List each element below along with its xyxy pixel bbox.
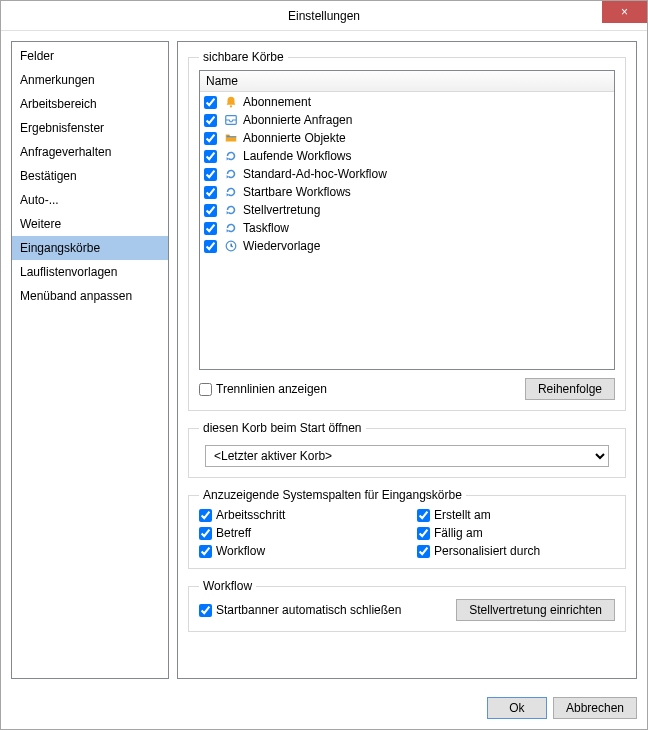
auto-close-banner-label: Startbanner automatisch schließen xyxy=(216,603,401,617)
sidebar-item[interactable]: Felder xyxy=(12,44,168,68)
sidebar-item[interactable]: Arbeitsbereich xyxy=(12,92,168,116)
bell-icon xyxy=(223,94,239,110)
open-on-start-legend: diesen Korb beim Start öffnen xyxy=(199,421,366,435)
basket-label: Abonnierte Anfragen xyxy=(243,112,352,128)
list-item[interactable]: Startbare Workflows xyxy=(204,183,610,201)
cycle-icon xyxy=(223,166,239,182)
basket-checkbox[interactable] xyxy=(204,114,217,127)
basket-label: Wiedervorlage xyxy=(243,238,320,254)
show-separators-input[interactable] xyxy=(199,383,212,396)
settings-window: Einstellungen × FelderAnmerkungenArbeits… xyxy=(0,0,648,730)
basket-label: Taskflow xyxy=(243,220,289,236)
sidebar-item[interactable]: Bestätigen xyxy=(12,164,168,188)
basket-checkbox[interactable] xyxy=(204,204,217,217)
system-column-checkbox[interactable]: Personalisiert durch xyxy=(417,544,615,558)
system-column-input[interactable] xyxy=(199,545,212,558)
list-item[interactable]: Wiedervorlage xyxy=(204,237,610,255)
order-button[interactable]: Reihenfolge xyxy=(525,378,615,400)
close-icon: × xyxy=(621,5,628,19)
show-separators-checkbox[interactable]: Trennlinien anzeigen xyxy=(199,382,327,396)
titlebar: Einstellungen × xyxy=(1,1,647,31)
sidebar-item[interactable]: Auto-... xyxy=(12,188,168,212)
system-column-input[interactable] xyxy=(417,527,430,540)
visible-baskets-group: sichbare Körbe Name AbonnementAbonnierte… xyxy=(188,50,626,411)
sidebar-item[interactable]: Weitere xyxy=(12,212,168,236)
system-column-input[interactable] xyxy=(417,545,430,558)
content-area: FelderAnmerkungenArbeitsbereichErgebnisf… xyxy=(1,31,647,689)
svg-point-0 xyxy=(230,105,232,107)
system-column-label: Fällig am xyxy=(434,526,483,540)
system-column-input[interactable] xyxy=(199,527,212,540)
system-column-label: Personalisiert durch xyxy=(434,544,540,558)
system-column-input[interactable] xyxy=(417,509,430,522)
basket-checkbox[interactable] xyxy=(204,132,217,145)
basket-label: Standard-Ad-hoc-Workflow xyxy=(243,166,387,182)
basket-label: Abonnierte Objekte xyxy=(243,130,346,146)
basket-checkbox[interactable] xyxy=(204,186,217,199)
basket-checkbox[interactable] xyxy=(204,150,217,163)
cycle-icon xyxy=(223,220,239,236)
clock-icon xyxy=(223,238,239,254)
baskets-column-header[interactable]: Name xyxy=(200,71,614,92)
system-column-label: Workflow xyxy=(216,544,265,558)
close-button[interactable]: × xyxy=(602,1,647,23)
open-on-start-group: diesen Korb beim Start öffnen <Letzter a… xyxy=(188,421,626,478)
basket-checkbox[interactable] xyxy=(204,96,217,109)
auto-close-banner-input[interactable] xyxy=(199,604,212,617)
cycle-icon xyxy=(223,184,239,200)
sidebar-item[interactable]: Lauflistenvorlagen xyxy=(12,260,168,284)
system-column-input[interactable] xyxy=(199,509,212,522)
system-columns-group: Anzuzeigende Systemspalten für Eingangsk… xyxy=(188,488,626,569)
visible-baskets-legend: sichbare Körbe xyxy=(199,50,288,64)
workflow-group: Workflow Startbanner automatisch schließ… xyxy=(188,579,626,632)
basket-checkbox[interactable] xyxy=(204,168,217,181)
show-separators-label: Trennlinien anzeigen xyxy=(216,382,327,396)
list-item[interactable]: Taskflow xyxy=(204,219,610,237)
sidebar-item[interactable]: Menüband anpassen xyxy=(12,284,168,308)
sidebar-item[interactable]: Anfrageverhalten xyxy=(12,140,168,164)
system-columns-legend: Anzuzeigende Systemspalten für Eingangsk… xyxy=(199,488,466,502)
basket-checkbox[interactable] xyxy=(204,240,217,253)
system-column-checkbox[interactable]: Erstellt am xyxy=(417,508,615,522)
list-item[interactable]: Stellvertretung xyxy=(204,201,610,219)
system-columns-grid: ArbeitsschrittErstellt amBetreffFällig a… xyxy=(199,508,615,558)
workflow-legend: Workflow xyxy=(199,579,256,593)
inbox-icon xyxy=(223,112,239,128)
list-item[interactable]: Standard-Ad-hoc-Workflow xyxy=(204,165,610,183)
system-column-label: Arbeitsschritt xyxy=(216,508,285,522)
window-title: Einstellungen xyxy=(288,9,360,23)
open-on-start-select[interactable]: <Letzter aktiver Korb> xyxy=(205,445,609,467)
basket-label: Startbare Workflows xyxy=(243,184,351,200)
basket-label: Laufende Workflows xyxy=(243,148,352,164)
basket-label: Abonnement xyxy=(243,94,311,110)
system-column-checkbox[interactable]: Betreff xyxy=(199,526,397,540)
cycle-icon xyxy=(223,148,239,164)
basket-checkbox[interactable] xyxy=(204,222,217,235)
basket-label: Stellvertretung xyxy=(243,202,320,218)
system-column-label: Betreff xyxy=(216,526,251,540)
sidebar-item[interactable]: Eingangskörbe xyxy=(12,236,168,260)
sidebar-item[interactable]: Anmerkungen xyxy=(12,68,168,92)
system-column-checkbox[interactable]: Arbeitsschritt xyxy=(199,508,397,522)
folder-icon xyxy=(223,130,239,146)
system-column-label: Erstellt am xyxy=(434,508,491,522)
baskets-list-body: AbonnementAbonnierte AnfragenAbonnierte … xyxy=(200,92,614,369)
sidebar: FelderAnmerkungenArbeitsbereichErgebnisf… xyxy=(11,41,169,679)
system-column-checkbox[interactable]: Fällig am xyxy=(417,526,615,540)
baskets-listview[interactable]: Name AbonnementAbonnierte AnfragenAbonni… xyxy=(199,70,615,370)
main-panel: sichbare Körbe Name AbonnementAbonnierte… xyxy=(177,41,637,679)
setup-delegation-button[interactable]: Stellvertretung einrichten xyxy=(456,599,615,621)
list-item[interactable]: Abonnierte Objekte xyxy=(204,129,610,147)
system-column-checkbox[interactable]: Workflow xyxy=(199,544,397,558)
ok-button[interactable]: Ok xyxy=(487,697,547,719)
sidebar-item[interactable]: Ergebnisfenster xyxy=(12,116,168,140)
list-item[interactable]: Laufende Workflows xyxy=(204,147,610,165)
cancel-button[interactable]: Abbrechen xyxy=(553,697,637,719)
list-item[interactable]: Abonnement xyxy=(204,93,610,111)
dialog-footer: Ok Abbrechen xyxy=(1,689,647,729)
list-item[interactable]: Abonnierte Anfragen xyxy=(204,111,610,129)
cycle-icon xyxy=(223,202,239,218)
auto-close-banner-checkbox[interactable]: Startbanner automatisch schließen xyxy=(199,603,401,617)
